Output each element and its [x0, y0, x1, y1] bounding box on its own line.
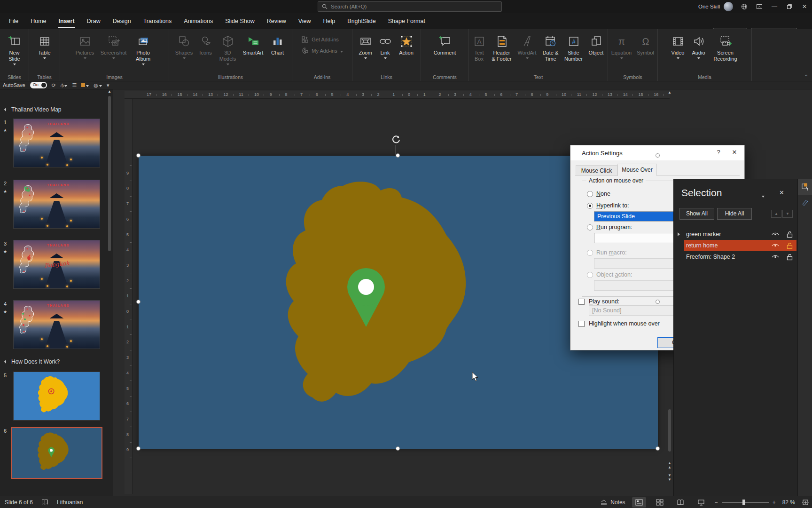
dialog-help-icon[interactable]: ?: [711, 149, 726, 158]
previous-slide-icon[interactable]: ▲▲: [667, 461, 672, 469]
selection-handle[interactable]: [136, 446, 141, 451]
tab-brightslide[interactable]: BrightSlide: [341, 14, 382, 29]
minimize-icon[interactable]: —: [771, 3, 778, 10]
unlock-icon[interactable]: [782, 242, 796, 249]
spellcheck-book-icon[interactable]: [41, 499, 48, 505]
thumbnail-scrollbar[interactable]: ▲: [107, 89, 112, 496]
dialog-titlebar[interactable]: Action Settings ? ✕: [570, 145, 744, 160]
show-all-button[interactable]: Show All: [679, 208, 714, 220]
reading-view-icon[interactable]: [673, 497, 687, 508]
unlock-icon[interactable]: [782, 254, 796, 261]
distribute-icon[interactable]: ☰: [72, 82, 77, 88]
selection-handle[interactable]: [136, 153, 141, 158]
ribbon-button-slide-number[interactable]: #Slide Number: [562, 31, 586, 74]
ribbon-button-comment[interactable]: Comment: [430, 31, 460, 74]
globe-icon[interactable]: [741, 3, 748, 10]
ribbon-button-link[interactable]: Link: [376, 31, 395, 74]
run-program-input[interactable]: [594, 233, 686, 243]
ribbon-button-header-footer[interactable]: Header & Footer: [489, 31, 515, 74]
section-header[interactable]: How Does It Work?: [5, 358, 60, 365]
customize-qat-icon[interactable]: ▾: [107, 82, 109, 88]
tab-mouse-click[interactable]: Mouse Click: [576, 165, 617, 176]
slide-counter[interactable]: Slide 6 of 6: [5, 499, 33, 506]
selection-item-return-home[interactable]: return home: [684, 240, 796, 251]
tab-design[interactable]: Design: [107, 14, 137, 29]
slide-thumbnail-4[interactable]: THAILAND: [13, 300, 100, 349]
zoom-in-icon[interactable]: +: [773, 499, 776, 506]
selection-handle[interactable]: [656, 153, 660, 158]
fill-color-icon[interactable]: ◍: [94, 82, 102, 88]
selection-handle[interactable]: [656, 446, 660, 451]
next-slide-icon[interactable]: ▼▼: [667, 473, 672, 482]
unlock-icon[interactable]: [782, 231, 796, 238]
ribbon-button-table[interactable]: Table: [32, 31, 57, 74]
zoom-out-icon[interactable]: −: [715, 499, 718, 506]
tab-transitions[interactable]: Transitions: [137, 14, 178, 29]
zoom-slider[interactable]: − +: [715, 499, 776, 506]
hide-all-button[interactable]: Hide All: [717, 208, 752, 220]
slide-thumbnail-6[interactable]: [11, 427, 102, 479]
pane-options-icon[interactable]: [762, 191, 765, 199]
eye-icon[interactable]: [768, 231, 782, 237]
selection-item-green-marker[interactable]: green marker: [684, 229, 796, 240]
tab-view[interactable]: View: [292, 14, 317, 29]
autosave-toggle[interactable]: On: [30, 82, 47, 88]
tab-shape-format[interactable]: Shape Format: [382, 14, 431, 29]
scroll-up-icon[interactable]: ▲: [107, 89, 112, 94]
search-input[interactable]: Search (Alt+Q): [318, 1, 502, 12]
rotate-handle[interactable]: [391, 135, 401, 145]
scrollbar-thumb[interactable]: [108, 96, 111, 251]
slide-thumbnail-1[interactable]: THAILAND: [13, 119, 100, 167]
ribbon-button-video[interactable]: Video: [668, 31, 688, 74]
notes-toggle[interactable]: Notes: [600, 499, 625, 506]
eye-icon[interactable]: [768, 243, 782, 248]
eye-icon[interactable]: [768, 254, 782, 260]
selection-item-freeform-shape-2[interactable]: Freeform: Shape 2: [684, 251, 796, 262]
move-down-icon[interactable]: ▼: [782, 210, 793, 218]
selection-handle[interactable]: [136, 300, 141, 304]
scrollbar-thumb[interactable]: [668, 409, 671, 452]
ribbon-button-date-time[interactable]: Date & Time: [539, 31, 562, 74]
ribbon-button-new-slide[interactable]: New Slide: [2, 31, 27, 74]
account-button[interactable]: One Skill: [698, 2, 733, 11]
selection-handle[interactable]: [656, 300, 660, 304]
tab-slide-show[interactable]: Slide Show: [219, 14, 261, 29]
tab-file[interactable]: File: [3, 14, 24, 29]
move-up-icon[interactable]: ▲: [771, 210, 781, 218]
normal-view-icon[interactable]: [632, 497, 646, 508]
zoom-level[interactable]: 82 %: [782, 499, 795, 506]
slide-thumbnail-3[interactable]: THAILANDBangkok: [13, 240, 100, 289]
section-header[interactable]: Thailand Video Map: [5, 106, 62, 113]
radio-none[interactable]: [587, 191, 593, 197]
format-painter-icon[interactable]: [798, 195, 812, 211]
align-objects-icon[interactable]: ⫛: [61, 82, 68, 88]
arrange-icon[interactable]: [81, 83, 89, 87]
sync-icon[interactable]: ⟳: [52, 82, 56, 88]
radio-run-program-[interactable]: [587, 224, 593, 230]
tab-home[interactable]: Home: [24, 14, 52, 29]
slide-thumbnail-2[interactable]: THAILAND: [13, 180, 100, 229]
tab-animations[interactable]: Animations: [178, 14, 219, 29]
ribbon-display-options-icon[interactable]: [756, 3, 763, 10]
close-icon[interactable]: ✕: [801, 3, 808, 10]
radio-hyperlink-to-[interactable]: [587, 203, 593, 209]
tab-help[interactable]: Help: [317, 14, 342, 29]
pane-close-icon[interactable]: ✕: [779, 189, 784, 196]
scroll-up-icon[interactable]: ▲: [667, 90, 672, 95]
selection-handle[interactable]: [396, 446, 400, 451]
selection-handle[interactable]: [396, 153, 400, 158]
language-status[interactable]: Lithuanian: [57, 499, 83, 506]
tab-review[interactable]: Review: [261, 14, 292, 29]
expand-icon[interactable]: [678, 232, 680, 236]
tab-mouse-over[interactable]: Mouse Over: [617, 164, 657, 176]
ribbon-button-object[interactable]: Object: [586, 31, 607, 74]
slide-sorter-view-icon[interactable]: [653, 497, 667, 508]
ribbon-button-photo-album[interactable]: Photo Album: [129, 31, 157, 74]
checkbox-highlight-when-mouse-over[interactable]: [578, 321, 585, 327]
tab-draw[interactable]: Draw: [81, 14, 107, 29]
collapse-ribbon-icon[interactable]: ⌃: [804, 74, 808, 79]
selection-pane-toggle-icon[interactable]: [798, 179, 812, 195]
slideshow-view-icon[interactable]: [694, 497, 708, 508]
ribbon-button-audio[interactable]: Audio: [688, 31, 709, 74]
ribbon-button-chart[interactable]: Chart: [267, 31, 289, 74]
